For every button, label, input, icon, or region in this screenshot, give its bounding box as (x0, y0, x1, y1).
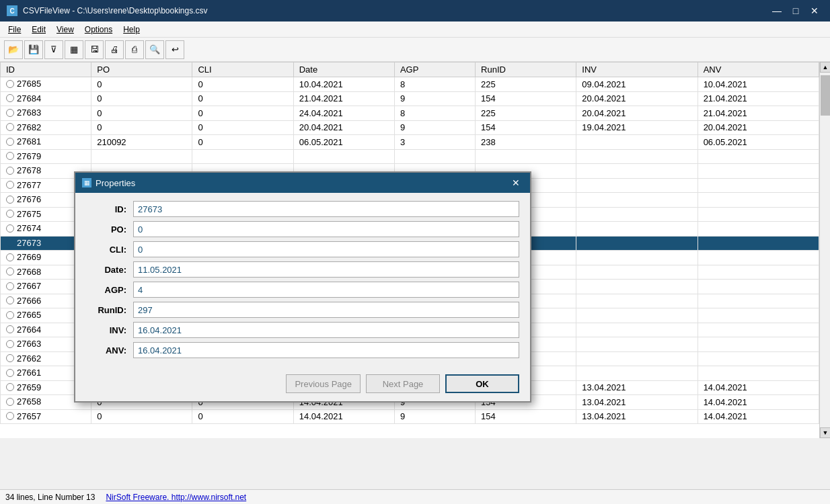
cell-inv (576, 323, 697, 337)
radio-dot (6, 369, 14, 377)
ok-button[interactable]: OK (445, 374, 519, 393)
cell-inv (576, 308, 697, 323)
modal-close-button[interactable]: ✕ (508, 175, 523, 190)
modal-title-left: ▦ Properties (82, 178, 135, 188)
scroll-down[interactable]: ▼ (820, 427, 830, 438)
table-row[interactable]: 27681210092006.05.2021323806.05.2021 (1, 135, 819, 150)
toolbar: 📂 💾 ⊽ ▦ 🖫 🖨 ⎙ 🔍 ↩ (0, 38, 830, 62)
title-bar: C CSVFileView - C:\Users\rene\Desktop\bo… (0, 0, 830, 22)
prop-row: ID: (86, 201, 519, 217)
radio-dot (6, 267, 14, 276)
col-id[interactable]: ID (1, 62, 91, 77)
radio-dot (6, 253, 14, 261)
toolbar-print2[interactable]: ⎙ (125, 40, 144, 59)
toolbar-search[interactable]: 🔍 (145, 40, 164, 59)
menu-help[interactable]: Help (118, 24, 145, 36)
status-lines: 34 lines, Line Number 13 (5, 493, 95, 502)
radio-dot (6, 224, 14, 233)
title-bar-left: C CSVFileView - C:\Users\rene\Desktop\bo… (7, 5, 208, 16)
row-indicator: 27685 (6, 79, 41, 89)
row-indicator: 27669 (6, 252, 41, 262)
cell-anv: 14.04.2021 (697, 409, 819, 424)
cell-date: 10.04.2021 (293, 77, 394, 92)
row-indicator: 27665 (6, 310, 41, 320)
toolbar-open[interactable]: 📂 (4, 40, 23, 59)
modal-icon: ▦ (82, 178, 91, 187)
scroll-up[interactable]: ▲ (820, 62, 830, 73)
cell-po: 0 (91, 120, 192, 135)
modal-title-bar: ▦ Properties ✕ (75, 173, 530, 193)
cell-cli: 0 (192, 409, 293, 424)
radio-dot (6, 138, 14, 146)
prop-value-5[interactable] (133, 302, 519, 318)
prop-value-7[interactable] (133, 342, 519, 358)
table-row[interactable]: 27679 (1, 149, 819, 164)
toolbar-save2[interactable]: 🖫 (85, 40, 104, 59)
menu-edit[interactable]: Edit (26, 24, 51, 36)
prop-value-1[interactable] (133, 221, 519, 237)
table-row[interactable]: 276840021.04.2021915420.04.202121.04.202… (1, 91, 819, 106)
menu-file[interactable]: File (3, 24, 26, 36)
menu-options[interactable]: Options (79, 24, 118, 36)
prev-page-button[interactable]: Previous Page (286, 374, 361, 393)
toolbar-grid[interactable]: ▦ (65, 40, 83, 59)
col-agp[interactable]: AGP (394, 62, 475, 77)
cell-runid: 225 (476, 77, 576, 92)
scroll-thumb[interactable] (821, 75, 830, 116)
app-icon: C (7, 5, 17, 16)
toolbar-print[interactable]: 🖨 (105, 40, 124, 59)
cell-agp: 8 (394, 77, 475, 92)
minimize-button[interactable]: — (768, 2, 786, 19)
toolbar-filter[interactable]: ⊽ (44, 40, 63, 59)
radio-dot (6, 383, 14, 391)
cell-anv (697, 366, 819, 381)
col-po[interactable]: PO (91, 62, 192, 77)
cell-cli: 0 (192, 135, 293, 150)
col-date[interactable]: Date (293, 62, 394, 77)
row-indicator: 27662 (6, 353, 41, 364)
table-row[interactable]: 276850010.04.2021822509.04.202110.04.202… (1, 77, 819, 92)
cell-date: 20.04.2021 (293, 120, 394, 135)
status-credit[interactable]: NirSoft Freeware. http://www.nirsoft.net (106, 493, 246, 502)
prop-value-4[interactable] (133, 282, 519, 298)
radio-dot (6, 282, 14, 290)
prop-value-3[interactable] (133, 261, 519, 278)
next-page-button[interactable]: Next Page (366, 374, 440, 393)
cell-inv (576, 236, 697, 251)
table-row[interactable]: 276570014.04.2021915413.04.202114.04.202… (1, 409, 819, 424)
cell-anv (697, 236, 819, 251)
prop-label-3: Date: (86, 265, 133, 275)
maximize-button[interactable]: □ (787, 2, 804, 19)
prop-value-0[interactable] (133, 201, 519, 217)
table-row[interactable]: 276820020.04.2021915419.04.202120.04.202… (1, 120, 819, 135)
close-button[interactable]: ✕ (806, 2, 823, 19)
prop-label-0: ID: (86, 204, 133, 214)
row-indicator: 27667 (6, 281, 41, 291)
cell-anv (697, 308, 819, 323)
row-indicator: 27684 (6, 93, 41, 103)
cell-inv (576, 135, 697, 150)
cell-inv (576, 251, 697, 265)
toolbar-back[interactable]: ↩ (165, 40, 184, 59)
row-indicator: 27657 (6, 411, 41, 421)
cell-inv (576, 366, 697, 381)
toolbar-save[interactable]: 💾 (24, 40, 43, 59)
cell-anv (697, 265, 819, 280)
radio-dot (6, 109, 14, 117)
table-row[interactable]: 276830024.04.2021822520.04.202121.04.202… (1, 106, 819, 121)
cell-date: 21.04.2021 (293, 91, 394, 106)
col-inv[interactable]: INV (576, 62, 697, 77)
cell-anv (697, 222, 819, 237)
radio-dot (6, 398, 14, 406)
col-anv[interactable]: ANV (697, 62, 819, 77)
prop-value-2[interactable] (133, 241, 519, 257)
row-indicator: 27675 (6, 209, 41, 219)
cell-cli (192, 149, 293, 164)
col-cli[interactable]: CLI (192, 62, 293, 77)
prop-value-6[interactable] (133, 322, 519, 338)
menu-view[interactable]: View (51, 24, 79, 36)
scrollbar[interactable]: ▲ ▼ (819, 62, 830, 438)
col-runid[interactable]: RunID (476, 62, 576, 77)
modal-body: ID:PO:CLI:Date:AGP:RunID:INV:ANV: (75, 193, 530, 370)
cell-po: 0 (91, 77, 192, 92)
